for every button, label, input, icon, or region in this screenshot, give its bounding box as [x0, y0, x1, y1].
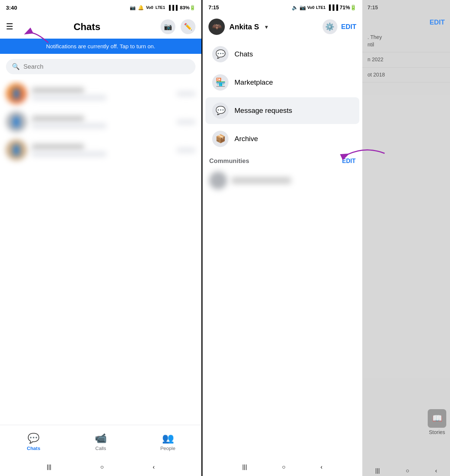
- chats-sidebar-icon: 💬: [212, 46, 229, 62]
- sidebar-chats-item[interactable]: 💬 Chats: [205, 41, 359, 68]
- message-requests-sidebar-label: Message requests: [234, 107, 292, 115]
- chats-nav-icon: 💬: [27, 433, 39, 444]
- community-item[interactable]: [209, 169, 356, 192]
- communities-label: Communities: [209, 157, 249, 165]
- people-nav-icon: 👥: [162, 433, 174, 444]
- archive-sidebar-icon: 📦: [212, 131, 229, 147]
- overlay-edit-button[interactable]: EDIT: [430, 19, 445, 26]
- search-input-wrapper[interactable]: 🔍: [6, 59, 195, 74]
- overlay-android-back: ‹: [435, 467, 437, 474]
- android-nav-left: ||| ○ ‹: [0, 458, 201, 476]
- android-menu-icon[interactable]: |||: [47, 464, 51, 470]
- search-bar: 🔍: [0, 54, 201, 79]
- batman-icon: 🦇: [212, 22, 222, 32]
- message-requests-sidebar-icon: 💬: [212, 102, 229, 119]
- overlay-header: EDIT: [362, 15, 450, 30]
- overlay-nav-items: [362, 443, 450, 466]
- time-left: 3:40: [6, 4, 17, 11]
- overlay-android-home: ○: [406, 467, 409, 474]
- status-icons-left: 📷 🔔 Vo0 LTE1 ▐▐▐ 83%🔋: [130, 5, 195, 10]
- settings-button[interactable]: ⚙️: [323, 19, 337, 34]
- overlay-chat-text-2: n 2022: [368, 56, 445, 63]
- chat-name: [32, 87, 84, 94]
- overlay-status-bar: 7:15: [362, 0, 450, 15]
- archive-sidebar-label: Archive: [234, 135, 258, 143]
- overlay-chat-item-1: . They ntil: [362, 30, 450, 52]
- chat-info: [32, 144, 172, 157]
- chevron-down-icon: ▾: [265, 23, 268, 30]
- nav-people[interactable]: 👥 People: [134, 430, 201, 454]
- chat-list: 👤 👤 👤: [0, 79, 201, 425]
- overlay-bottom-nav: ||| ○ ‹: [362, 443, 450, 476]
- chat-time: [177, 120, 195, 124]
- username-label: Ankita S: [229, 23, 259, 31]
- status-bar-right: 7:15 🔈 📷 Vo0 LTE1 ▐▐▐ 71%🔋: [203, 0, 362, 15]
- android-home-icon[interactable]: ○: [100, 464, 104, 470]
- marketplace-sidebar-icon: 🏪: [212, 74, 229, 91]
- user-avatar: 🦇: [208, 19, 225, 35]
- top-icons-right: 📷 ✏️: [161, 19, 195, 34]
- avatar: 👤: [6, 111, 27, 132]
- notification-banner[interactable]: Notifications are currently off. Tap to …: [0, 39, 201, 54]
- chat-info: [32, 115, 172, 128]
- sidebar-menu: 7:15 🔈 📷 Vo0 LTE1 ▐▐▐ 71%🔋 🦇 Ankita S ▾ …: [203, 0, 362, 476]
- chat-item[interactable]: 👤: [0, 136, 201, 164]
- stories-section: 📖 Stories: [428, 409, 446, 435]
- communities-edit-button[interactable]: EDIT: [342, 158, 356, 164]
- chat-info: [32, 87, 172, 100]
- edit-button-top[interactable]: EDIT: [341, 23, 356, 31]
- sidebar-marketplace-item[interactable]: 🏪 Marketplace: [205, 69, 359, 96]
- overlay-chat-text-3: ot 2018: [368, 71, 445, 79]
- android-home-icon-right[interactable]: ○: [282, 464, 286, 470]
- left-panel: 3:40 📷 🔔 Vo0 LTE1 ▐▐▐ 83%🔋 ☰ Chats 📷 ✏️: [0, 0, 203, 476]
- stories-label: Stories: [429, 429, 445, 435]
- right-panel: 7:15 🔈 📷 Vo0 LTE1 ▐▐▐ 71%🔋 🦇 Ankita S ▾ …: [203, 0, 450, 476]
- android-nav-right: ||| ○ ‹: [203, 458, 362, 476]
- time-right: 7:15: [208, 4, 219, 10]
- overlay-android-nav: ||| ○ ‹: [362, 466, 450, 476]
- overlay-chat-item-3: ot 2018: [362, 68, 450, 83]
- compose-button[interactable]: ✏️: [181, 19, 195, 34]
- nav-chats[interactable]: 💬 Chats: [0, 430, 67, 454]
- overlay-time: 7:15: [368, 4, 378, 10]
- chat-preview: [32, 123, 106, 128]
- marketplace-sidebar-label: Marketplace: [234, 78, 273, 87]
- chat-time: [177, 148, 195, 153]
- camera-button[interactable]: 📷: [161, 19, 175, 34]
- community-name: [232, 177, 291, 184]
- chat-item[interactable]: 👤: [0, 108, 201, 136]
- sidebar-archive-item[interactable]: 📦 Archive: [205, 125, 359, 152]
- right-overlay-panel: 7:15 EDIT . They ntil n 2022 ot 2018 📖: [362, 0, 450, 476]
- sidebar-user[interactable]: 🦇 Ankita S ▾: [208, 19, 268, 35]
- page-title-left: Chats: [74, 21, 100, 33]
- sidebar-message-requests-item[interactable]: 💬 Message requests: [205, 97, 359, 124]
- communities-section: Communities EDIT: [203, 153, 362, 195]
- nav-calls[interactable]: 📹 Calls: [67, 430, 135, 454]
- chat-name: [32, 115, 84, 122]
- chat-item[interactable]: 👤: [0, 79, 201, 108]
- avatar: 👤: [6, 140, 27, 160]
- overlay-chat-text-1: . They ntil: [368, 34, 445, 48]
- chats-sidebar-label: Chats: [234, 50, 253, 58]
- calls-nav-icon: 📹: [95, 433, 107, 444]
- android-back-icon[interactable]: ‹: [153, 464, 155, 470]
- community-avatar: [209, 172, 227, 189]
- hamburger-menu-icon[interactable]: ☰: [6, 22, 13, 32]
- avatar: 👤: [6, 83, 27, 104]
- status-bar-left: 3:40 📷 🔔 Vo0 LTE1 ▐▐▐ 83%🔋: [0, 0, 201, 15]
- chat-name: [32, 144, 84, 150]
- search-icon: 🔍: [12, 63, 20, 71]
- search-input[interactable]: [23, 63, 190, 71]
- chat-preview: [32, 151, 106, 157]
- chat-time: [177, 91, 195, 96]
- top-bar-left: ☰ Chats 📷 ✏️: [0, 15, 201, 39]
- android-menu-icon-right[interactable]: |||: [242, 464, 247, 470]
- android-back-icon-right[interactable]: ‹: [321, 464, 323, 470]
- sidebar-header: 🦇 Ankita S ▾ ⚙️ EDIT: [203, 15, 362, 40]
- chat-preview: [32, 95, 106, 100]
- bottom-nav: 💬 Chats 📹 Calls 👥 People: [0, 425, 201, 458]
- stories-icon: 📖: [428, 409, 446, 428]
- status-icons-right: 🔈 📷 Vo0 LTE1 ▐▐▐ 71%🔋: [292, 4, 356, 10]
- overlay-chat-item-2: n 2022: [362, 52, 450, 68]
- communities-header: Communities EDIT: [209, 157, 356, 165]
